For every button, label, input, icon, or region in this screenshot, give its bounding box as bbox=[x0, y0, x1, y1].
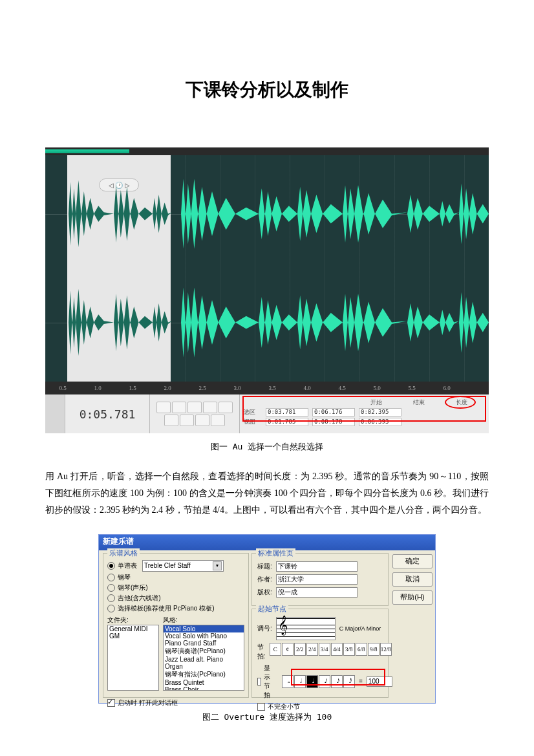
figure-1-caption: 图一 Au 选择一个自然段选择 bbox=[45, 441, 489, 453]
listbox-styles[interactable]: Vocal Solo Vocal Solo with Piano Piano G… bbox=[163, 625, 244, 691]
fig2-red-box bbox=[291, 669, 385, 686]
group-key-time-label: 起始节点 bbox=[256, 604, 288, 614]
input-copyright[interactable] bbox=[276, 587, 358, 598]
group-score-style-label: 乐谱风格 bbox=[107, 548, 140, 558]
timesig-option[interactable]: 2/4 bbox=[306, 643, 318, 656]
checkbox-show-timesig[interactable] bbox=[257, 678, 261, 686]
svg-marker-6 bbox=[343, 186, 407, 243]
svg-marker-18 bbox=[440, 310, 459, 335]
fig1-top-strip bbox=[45, 147, 489, 155]
timesig-option[interactable]: 3/4 bbox=[319, 643, 330, 656]
stop-button[interactable] bbox=[156, 402, 171, 413]
svg-marker-9 bbox=[459, 184, 489, 244]
svg-marker-1 bbox=[114, 186, 153, 243]
timesig-option[interactable]: 9/8 bbox=[368, 643, 379, 656]
cancel-button[interactable]: 取消 bbox=[392, 572, 433, 587]
svg-marker-13 bbox=[181, 288, 259, 358]
timesig-option[interactable]: 6/8 bbox=[356, 643, 367, 656]
svg-marker-11 bbox=[114, 294, 153, 352]
svg-marker-0 bbox=[69, 180, 114, 248]
play-button[interactable] bbox=[172, 402, 186, 413]
svg-marker-4 bbox=[259, 189, 297, 240]
timesig-option[interactable]: 3/8 bbox=[343, 643, 355, 656]
svg-marker-19 bbox=[459, 292, 489, 353]
radio-single-staff[interactable] bbox=[107, 562, 115, 570]
pause-button[interactable] bbox=[187, 402, 202, 413]
svg-marker-8 bbox=[440, 201, 459, 226]
dialog-button-column: 确定 取消 帮助(H) bbox=[392, 554, 431, 609]
label-styles: 风格: bbox=[163, 616, 244, 625]
combo-single-staff[interactable]: Treble Clef Staff▾ bbox=[142, 560, 224, 572]
skip-fwd-button[interactable] bbox=[195, 415, 209, 426]
fig1-bottom-bar: 0:05.781 开始 结束 长度 bbox=[45, 394, 489, 433]
radio-template[interactable] bbox=[107, 605, 115, 612]
group-attributes-label: 标准属性页 bbox=[256, 548, 295, 558]
timesig-option[interactable]: ¢ bbox=[282, 643, 294, 656]
group-key-time: 起始节点 调号: C Major/A Minor 节拍: C ¢ 2/2 2/4… bbox=[251, 609, 389, 698]
forward-button[interactable] bbox=[180, 415, 194, 426]
group-score-style: 乐谱风格 单谱表 Treble Clef Staff▾ 钢琴 钢琴(声乐) 吉他… bbox=[103, 553, 249, 698]
figure-2-caption: 图二 Overture 速度选择为 100 bbox=[45, 711, 489, 723]
radio-piano[interactable] bbox=[107, 574, 115, 581]
checkbox-pickup[interactable] bbox=[257, 703, 265, 711]
radio-guitar[interactable] bbox=[107, 594, 115, 602]
figure-1-audition: ◁ 🕑 ▷ bbox=[45, 147, 489, 433]
chevron-down-icon: ▾ bbox=[213, 561, 222, 570]
fig1-selection-panel: 开始 结束 长度 选区 0:03.781 0:06.176 0:02.395 视… bbox=[240, 394, 489, 433]
rewind-button[interactable] bbox=[164, 415, 178, 426]
fig1-channel-left bbox=[45, 164, 489, 264]
svg-marker-15 bbox=[297, 296, 343, 350]
svg-marker-2 bbox=[153, 195, 172, 233]
svg-marker-3 bbox=[181, 179, 259, 249]
timesig-option[interactable]: C bbox=[270, 643, 281, 656]
timesig-option[interactable]: 4/4 bbox=[331, 643, 343, 656]
svg-marker-5 bbox=[297, 187, 343, 241]
fig1-red-circle bbox=[445, 396, 476, 409]
figure-2-overture-dialog: 新建乐谱 乐谱风格 单谱表 Treble Clef Staff▾ 钢琴 钢琴(声… bbox=[98, 534, 436, 704]
fig1-channel-right bbox=[45, 273, 489, 373]
fig1-time-display: 0:05.781 bbox=[65, 394, 150, 433]
input-author[interactable] bbox=[276, 574, 358, 585]
fig1-time-ruler: 0.51.0 1.52.0 2.53.0 3.54.0 4.55.0 5.56.… bbox=[45, 382, 489, 394]
radio-single-staff-label: 单谱表 bbox=[118, 561, 137, 570]
svg-marker-17 bbox=[407, 303, 440, 341]
svg-marker-14 bbox=[259, 297, 297, 349]
fig1-waveform-area: ◁ 🕑 ▷ bbox=[45, 155, 489, 382]
svg-marker-7 bbox=[407, 195, 440, 233]
svg-marker-12 bbox=[153, 303, 172, 341]
loop-button[interactable] bbox=[203, 402, 217, 413]
svg-marker-10 bbox=[69, 289, 114, 356]
paragraph-1: 用 Au 打开后，听音，选择一个自然段，查看选择的时间长度：为 2.395 秒。… bbox=[45, 468, 489, 519]
record-button[interactable] bbox=[211, 415, 225, 426]
checkbox-open-on-start[interactable] bbox=[107, 699, 115, 707]
ok-button[interactable]: 确定 bbox=[392, 554, 433, 568]
listbox-folders[interactable]: General MIDI GM bbox=[107, 625, 159, 691]
label-files: 文件夹: bbox=[107, 616, 159, 625]
key-name: C Major/A Minor bbox=[339, 625, 381, 632]
checkbox-open-on-start-label: 启动时 打开此对话框 bbox=[118, 698, 178, 707]
timesig-option[interactable]: 2/2 bbox=[294, 643, 306, 656]
fig1-transport bbox=[150, 394, 240, 433]
input-title[interactable] bbox=[276, 561, 358, 572]
radio-piano-vocal[interactable] bbox=[107, 584, 115, 592]
fig1-panel-tab[interactable] bbox=[45, 394, 65, 433]
key-staff-preview[interactable] bbox=[276, 617, 336, 640]
svg-marker-16 bbox=[343, 294, 407, 352]
group-attributes: 标准属性页 标题: 作者: 版权: bbox=[251, 553, 389, 606]
document-title: 下课铃分析以及制作 bbox=[45, 78, 489, 102]
help-button[interactable]: 帮助(H) bbox=[392, 590, 433, 605]
timesig-option[interactable]: 12/8 bbox=[380, 643, 392, 656]
skip-back-button[interactable] bbox=[219, 402, 233, 413]
